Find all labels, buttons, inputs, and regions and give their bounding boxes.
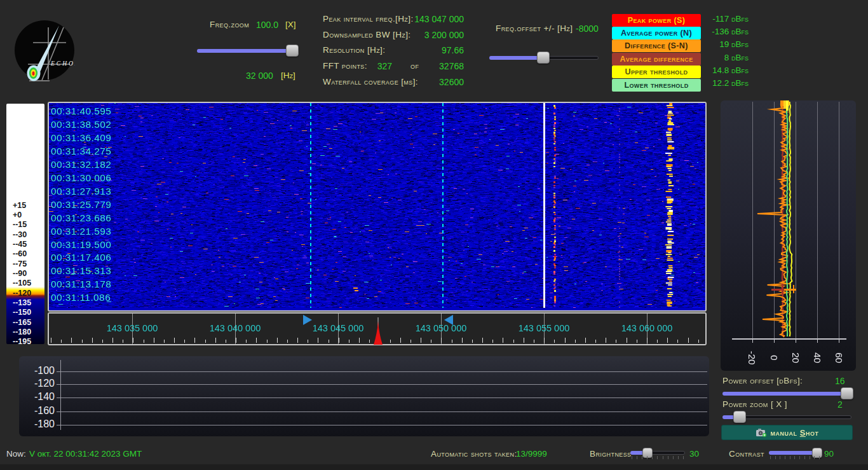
spectrum-xlabel-text-1: 0 [769, 355, 780, 360]
waterfall-timestamp-7: 00:31:25.779 [51, 199, 111, 211]
scale-label-0: +15 [13, 202, 26, 210]
scale-label-3: --30 [13, 231, 27, 239]
waterfall-timestamp-2: 00:31:36.409 [51, 132, 111, 144]
stat-peak-interval-value: 143 047 000 [356, 14, 464, 24]
freq-zoom-slider[interactable] [197, 45, 297, 55]
scale-label-8: --105 [13, 279, 31, 287]
freq-span-unit: [Hz] [281, 71, 295, 80]
waterfall-timestamp-4: 00:31:32.182 [51, 159, 111, 170]
freq-zoom-value: 100.0 [256, 20, 278, 30]
waterfall-timestamp-9: 00:31:21.593 [51, 226, 111, 237]
waterfall-timestamp-6: 00:31:27.913 [51, 186, 111, 197]
shots-value: 13/9999 [516, 449, 547, 459]
brightness-value: 30 [689, 449, 699, 459]
power-history-ylabel-1: -120 [23, 378, 55, 389]
freq-tick-label-4: 143 055 000 [506, 323, 582, 333]
freq-span-value: 32 000 [246, 71, 273, 81]
freq-tick-label-1: 143 040 000 [197, 323, 273, 333]
manual-shot-button[interactable]: manual Shot [721, 425, 853, 440]
power-history-gridline-4 [61, 425, 707, 425]
power-history-y-axis [60, 360, 61, 430]
brightness-slider[interactable] [630, 447, 685, 457]
power-history-tick-0 [57, 371, 61, 372]
scale-label-10: --135 [13, 299, 31, 307]
waterfall-timestamp-10: 00:31:19.500 [51, 239, 111, 251]
brightness-label: Brightness [590, 449, 632, 459]
power-history-ylabel-0: -100 [23, 365, 55, 377]
legend-value-2: 19 dBfs [672, 39, 749, 49]
freq-tick-label-3: 143 050 000 [403, 323, 479, 333]
power-history-ylabel-2: -140 [23, 391, 55, 403]
now-value: V окт. 22 00:31:42 2023 GMT [29, 449, 142, 459]
freq-offset-value: -8000 [576, 24, 599, 34]
freq-zoom-unit: [X] [285, 20, 296, 29]
freq-offset-slider-handle[interactable] [537, 52, 550, 64]
scale-label-6: --75 [13, 260, 27, 268]
waterfall-timestamp-14: 00:31:11.086 [51, 292, 111, 303]
spectrum-panel: -200204060 [721, 100, 856, 371]
power-zoom-value: 2 [837, 399, 843, 410]
waterfall-timestamp-11: 00:31:17.406 [51, 252, 111, 263]
contrast-slider-ticks [770, 456, 820, 459]
contrast-slider[interactable] [769, 447, 821, 457]
freq-tick-label-5: 143 060 000 [609, 323, 685, 333]
spectrum-xlabel-4: 60 [826, 343, 851, 371]
contrast-value: 90 [824, 449, 834, 459]
scale-label-2: --15 [13, 221, 27, 229]
power-offset-slider[interactable] [722, 388, 851, 398]
power-offset-slider-handle[interactable] [841, 387, 853, 399]
power-history-tick-1 [57, 384, 61, 385]
scale-label-11: --150 [13, 308, 31, 317]
stat-coverage-value: 32600 [356, 77, 464, 87]
stat-fft-of: of [410, 61, 419, 71]
power-color-scale: +15+0--15--30--45--60--75--90--105--120-… [6, 104, 44, 344]
waterfall-timestamp-13: 00:31:13.178 [51, 279, 111, 290]
echoes-app-window: ECHOES Freq.zoom 100.0 [X] 32 000 [Hz] P… [0, 0, 868, 470]
power-history-gridline-2 [61, 397, 707, 398]
power-zoom-label: Power zoom [ X ] [722, 399, 787, 409]
spectrum-xlabel-text-0: -20 [747, 350, 758, 364]
freq-tick-label-0: 143 035 000 [94, 323, 170, 333]
power-history-gridline-1 [61, 384, 707, 385]
scale-label-4: --45 [13, 240, 27, 249]
freq-zoom-label: Freq.zoom [210, 20, 249, 29]
power-history-gridline-0 [61, 371, 707, 372]
waterfall-timestamp-0: 00:31:40.595 [51, 106, 111, 117]
stat-resolution-value: 97.66 [356, 45, 464, 55]
power-zoom-slider-handle[interactable] [733, 411, 746, 423]
power-zoom-slider[interactable] [722, 411, 851, 422]
scale-label-14: --195 [13, 338, 31, 346]
scale-label-9: --120 [13, 289, 31, 298]
legend-value-1: -136 dBfs [672, 27, 749, 36]
waterfall-timestamp-5: 00:31:30.006 [51, 172, 111, 184]
peak-frequency-marker [371, 316, 385, 345]
power-offset-label: Power offset [dBfs]: [722, 376, 803, 385]
power-offset-value: 16 [835, 376, 845, 386]
power-history-tick-2 [57, 397, 61, 398]
waterfall-canvas [49, 103, 705, 308]
now-label: Now: [6, 449, 26, 459]
scale-label-5: --60 [13, 250, 27, 258]
freq-offset-slider[interactable] [489, 52, 599, 62]
legend-value-0: -117 dBfs [672, 14, 749, 24]
spectrum-xlabel-text-4: 60 [834, 352, 844, 363]
power-history-tick-4 [57, 425, 61, 425]
logo-text: ECHOES [50, 60, 75, 67]
scale-label-1: +0 [13, 211, 22, 219]
interval-right-arrow[interactable] [444, 315, 453, 325]
waterfall-timestamp-3: 00:31:34.275 [51, 146, 111, 157]
stat-fft-value: 327 [343, 61, 392, 71]
interval-left-arrow[interactable] [303, 315, 312, 325]
scale-label-12: --165 [13, 319, 31, 327]
manual-shot-label: manual Shot [771, 428, 819, 438]
freq-zoom-slider-handle[interactable] [286, 45, 299, 57]
contrast-label: Contrast [729, 449, 764, 459]
stat-fft-total: 32768 [419, 61, 464, 71]
waterfall-display: 00:31:40.59500:31:38.50200:31:36.40900:3… [48, 102, 707, 312]
scale-label-7: --90 [13, 270, 27, 278]
waterfall-timestamp-1: 00:31:38.502 [51, 119, 111, 130]
freq-offset-label: Freq.offset +/- [Hz] [496, 24, 573, 33]
spectrum-xlabel-text-3: 40 [812, 352, 823, 363]
spectrum-xlabel-text-2: 20 [790, 352, 801, 363]
scale-label-13: --180 [13, 328, 31, 336]
